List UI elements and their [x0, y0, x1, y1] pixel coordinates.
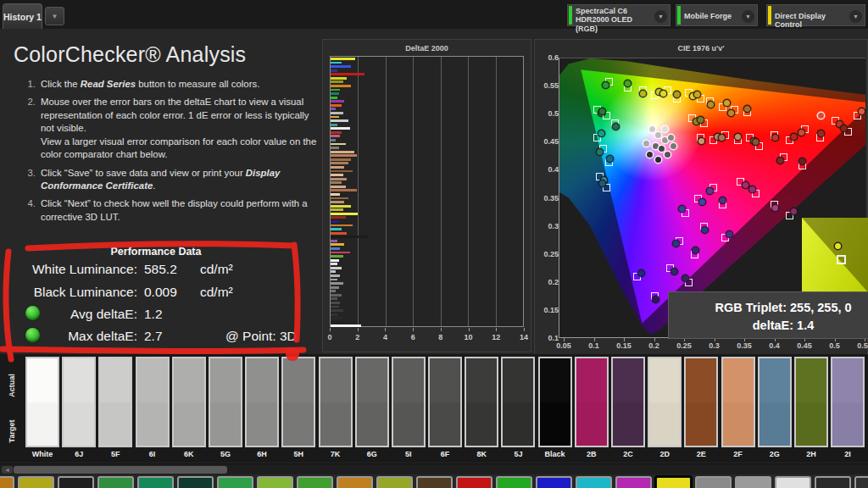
deltae-bar[interactable]	[331, 208, 343, 211]
color-chip[interactable]	[576, 476, 612, 488]
deltae-bar[interactable]	[331, 205, 351, 208]
comparator-swatch[interactable]: White	[25, 357, 59, 458]
display-control-button[interactable]: Direct Display Control ▼	[765, 3, 866, 27]
comparator-swatch[interactable]: 5J	[501, 357, 535, 458]
deltae-bar[interactable]	[331, 151, 354, 153]
deltae-bar[interactable]	[331, 143, 346, 146]
deltae-bar[interactable]	[331, 297, 337, 300]
comparator-swatch[interactable]: 6H	[245, 357, 279, 458]
deltae-bar[interactable]	[331, 97, 337, 99]
comparator-swatch[interactable]: Black	[538, 357, 572, 458]
deltae-bar[interactable]	[331, 135, 340, 137]
color-chip[interactable]	[257, 476, 293, 488]
color-chip[interactable]	[18, 476, 54, 488]
comparator-swatch[interactable]: 6I	[136, 357, 170, 458]
comparator-swatch[interactable]: 2D	[648, 357, 682, 458]
deltae-bar[interactable]	[331, 317, 342, 319]
deltae-bar[interactable]	[331, 178, 347, 180]
comparator-swatch[interactable]: 2I	[831, 357, 865, 458]
color-chip[interactable]	[735, 476, 771, 488]
deltae-bar[interactable]	[331, 104, 342, 107]
comparator-swatch[interactable]: 5G	[209, 357, 242, 458]
deltae-bar[interactable]	[331, 77, 347, 80]
deltae-bar[interactable]	[331, 286, 339, 289]
horizontal-scrollbar[interactable]: ◄	[0, 463, 868, 474]
deltae-bar[interactable]	[331, 313, 337, 316]
deltae-bar[interactable]	[331, 252, 350, 254]
deltae-bar[interactable]	[331, 108, 336, 110]
comparator-swatch[interactable]: 8K	[465, 357, 498, 458]
deltae-bar[interactable]	[331, 73, 364, 75]
deltae-bar[interactable]	[331, 170, 353, 173]
deltae-bar[interactable]	[331, 228, 342, 230]
deltae-bar[interactable]	[331, 162, 348, 164]
color-chip[interactable]	[695, 476, 732, 488]
deltae-bar[interactable]	[331, 154, 357, 157]
scrollbar-thumb[interactable]	[14, 466, 227, 474]
deltae-bar[interactable]	[331, 282, 343, 285]
deltae-bar[interactable]	[331, 240, 337, 242]
color-chip[interactable]	[137, 476, 174, 488]
comparator-swatch[interactable]: 2E	[684, 357, 718, 458]
deltae-bar[interactable]	[331, 131, 342, 134]
source-device-button[interactable]: Mobile Forge ▼	[675, 3, 759, 27]
deltae-bar[interactable]	[331, 85, 351, 87]
deltae-bar[interactable]	[331, 236, 368, 238]
comparator-swatch[interactable]: 2G	[758, 357, 792, 458]
deltae-bar[interactable]	[331, 213, 358, 215]
deltae-bar[interactable]	[331, 166, 344, 169]
history-tab-dropdown-button[interactable]: ▼	[45, 7, 64, 25]
deltae-bar[interactable]	[331, 158, 351, 161]
comparator-swatch[interactable]: 6G	[355, 357, 389, 458]
deltae-bar[interactable]	[331, 270, 336, 273]
deltae-bar[interactable]	[331, 116, 339, 119]
deltae-bar[interactable]	[331, 279, 337, 281]
comparator-swatch[interactable]: 2B	[575, 357, 609, 458]
color-chip[interactable]	[376, 476, 413, 488]
color-chip[interactable]	[337, 476, 373, 488]
deltae-bar[interactable]	[331, 197, 348, 200]
color-chip[interactable]	[496, 476, 532, 488]
color-chip[interactable]	[177, 476, 214, 488]
deltae-bar[interactable]	[331, 89, 340, 92]
deltae-bar[interactable]	[331, 174, 343, 176]
deltae-bar[interactable]	[331, 124, 337, 126]
comparator-swatch[interactable]: 2F	[721, 357, 755, 458]
deltae-bar[interactable]	[331, 274, 340, 277]
comparator-swatch[interactable]: 6K	[172, 357, 206, 458]
deltae-bar[interactable]	[331, 247, 340, 250]
comparator-swatch[interactable]: 5F	[98, 357, 132, 458]
color-chip[interactable]	[297, 476, 333, 488]
deltae-bar[interactable]	[331, 290, 336, 292]
chevron-down-icon[interactable]: ▼	[742, 10, 754, 23]
deltae-bar[interactable]	[331, 189, 357, 191]
deltae-bar[interactable]	[331, 62, 342, 64]
chevron-down-icon[interactable]: ▼	[654, 10, 667, 23]
deltae-bar[interactable]	[331, 309, 343, 312]
color-chip[interactable]	[615, 476, 652, 488]
color-chip[interactable]	[536, 476, 572, 488]
deltae-bar[interactable]	[331, 294, 342, 297]
comparator-swatch[interactable]: 2C	[611, 357, 645, 458]
deltae-bar[interactable]	[331, 127, 350, 130]
color-chip[interactable]	[97, 476, 134, 488]
comparator-swatch[interactable]: 5H	[281, 357, 315, 458]
meter-device-button[interactable]: SpectraCal C6 HDR2000 OLED (RGB) ▼	[566, 3, 671, 27]
comparator-swatch[interactable]: 2H	[794, 357, 828, 458]
color-chip[interactable]	[775, 476, 811, 488]
deltae-bar[interactable]	[331, 65, 351, 68]
deltae-bar[interactable]	[331, 201, 344, 203]
deltae-bar[interactable]	[331, 243, 344, 246]
color-chip[interactable]	[58, 476, 94, 488]
history-tab[interactable]: History 1	[3, 3, 42, 29]
color-chip[interactable]	[456, 476, 492, 488]
deltae-bar[interactable]	[331, 58, 355, 60]
deltae-bar[interactable]	[331, 100, 344, 103]
color-chip[interactable]	[0, 476, 14, 488]
deltae-bar[interactable]	[331, 306, 339, 308]
deltae-bar[interactable]	[331, 80, 343, 83]
deltae-bar[interactable]	[331, 267, 342, 269]
chevron-down-icon[interactable]: ▼	[849, 10, 862, 23]
comparator-swatch[interactable]: 7K	[319, 357, 353, 458]
color-chip[interactable]	[854, 476, 868, 488]
